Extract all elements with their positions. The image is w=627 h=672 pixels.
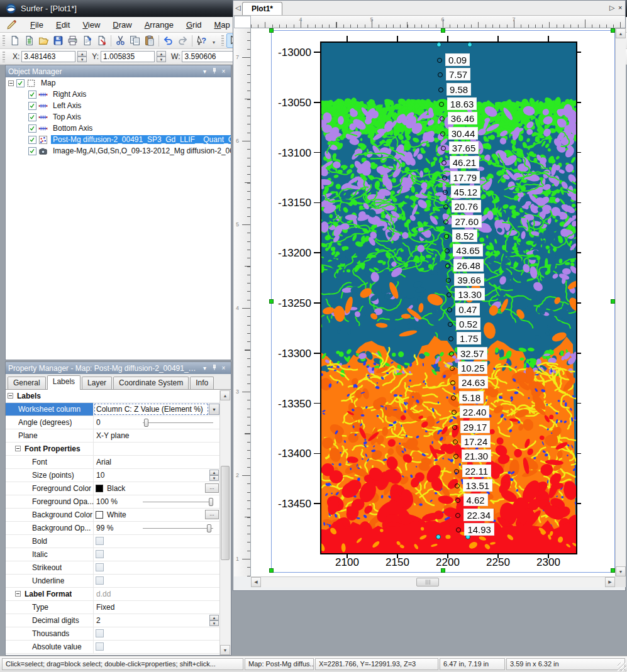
new-plot-button[interactable] bbox=[8, 33, 22, 48]
tab-layer[interactable]: Layer bbox=[82, 377, 112, 389]
property-row-type[interactable]: TypeFixed bbox=[6, 601, 220, 614]
close-icon[interactable]: × bbox=[219, 68, 228, 75]
scroll-left-icon[interactable]: ◀ bbox=[251, 577, 261, 587]
property-row-font[interactable]: FontArial bbox=[6, 456, 220, 469]
menu-view[interactable]: View bbox=[76, 18, 106, 31]
y-position-input[interactable] bbox=[101, 51, 155, 62]
cut-button[interactable] bbox=[113, 33, 128, 48]
property-row-background-op[interactable]: Background Op...99 % bbox=[6, 522, 220, 535]
selection-handle[interactable] bbox=[269, 28, 274, 33]
property-row-foreground-opa[interactable]: Foreground Opa...100 % bbox=[6, 495, 220, 509]
tree-item-top-axis[interactable]: Top Axis bbox=[6, 111, 231, 123]
selection-handle[interactable] bbox=[441, 28, 445, 33]
scroll-up-icon[interactable]: ▲ bbox=[220, 390, 230, 400]
property-checkbox[interactable] bbox=[96, 537, 104, 545]
chevron-down-icon[interactable]: ▾ bbox=[200, 365, 209, 372]
pin-icon[interactable] bbox=[209, 67, 219, 76]
y-spinner[interactable]: ▲▼ bbox=[157, 51, 166, 62]
tab-general[interactable]: General bbox=[8, 377, 46, 389]
scroll-right-icon[interactable]: ▶ bbox=[605, 577, 615, 587]
menu-grid[interactable]: Grid bbox=[180, 18, 208, 31]
slider-track[interactable] bbox=[143, 422, 213, 423]
property-row-bold[interactable]: Bold bbox=[6, 535, 220, 548]
selection-handle[interactable] bbox=[611, 568, 615, 573]
property-checkbox[interactable] bbox=[96, 550, 104, 558]
close-icon[interactable]: × bbox=[219, 365, 228, 372]
color-picker-button[interactable]: ... bbox=[205, 510, 219, 519]
visibility-checkbox[interactable] bbox=[16, 79, 25, 87]
group-collapse-icon[interactable] bbox=[15, 591, 21, 597]
group-collapse-icon[interactable] bbox=[8, 393, 13, 399]
help-mode-button[interactable]: ? bbox=[194, 33, 209, 48]
redo-button[interactable] bbox=[175, 33, 190, 48]
pin-icon[interactable] bbox=[209, 364, 219, 373]
toolbar-overflow-icon[interactable]: ▾ bbox=[210, 35, 218, 47]
toolbar-drag-handle[interactable] bbox=[221, 35, 224, 46]
value-spinner[interactable]: ▲▼ bbox=[209, 470, 219, 481]
selection-handle[interactable] bbox=[269, 568, 274, 573]
x-spinner[interactable]: ▲▼ bbox=[77, 51, 87, 62]
visibility-checkbox[interactable] bbox=[28, 113, 36, 121]
visibility-checkbox[interactable] bbox=[28, 102, 36, 110]
tree-expander-icon[interactable] bbox=[8, 80, 14, 86]
resize-grip[interactable] bbox=[618, 663, 626, 671]
w-position-input[interactable] bbox=[182, 51, 236, 62]
tree-item-right-axis[interactable]: Right Axis bbox=[6, 89, 231, 100]
toolbar-drag-handle[interactable] bbox=[3, 35, 5, 46]
export-button[interactable] bbox=[94, 33, 109, 48]
slider-thumb[interactable] bbox=[144, 419, 148, 427]
slider-track[interactable] bbox=[143, 502, 213, 502]
tree-item-post-mg-diffusion[interactable]: Post-Mg diffusion-2_00491_SP3_Gd_LLIF__Q… bbox=[6, 134, 231, 145]
open-button[interactable] bbox=[36, 33, 51, 48]
paste-button[interactable] bbox=[142, 33, 157, 48]
selection-handle[interactable] bbox=[441, 568, 445, 573]
property-row-worksheet-column[interactable]: Worksheet columnColumn C: Z Value (Eleme… bbox=[6, 403, 220, 416]
slider-thumb[interactable] bbox=[209, 498, 213, 506]
scrollbar-thumb[interactable] bbox=[221, 466, 230, 560]
page-setup-button[interactable] bbox=[80, 33, 94, 48]
scroll-down-icon[interactable]: ▼ bbox=[616, 566, 626, 576]
property-row-thousands[interactable]: Thousands bbox=[6, 627, 220, 641]
tree-item-left-axis[interactable]: Left Axis bbox=[6, 100, 231, 111]
chevron-down-icon[interactable]: ▾ bbox=[200, 68, 209, 75]
tree-item-map[interactable]: Map bbox=[6, 77, 231, 89]
save-button[interactable] bbox=[51, 33, 65, 48]
property-checkbox[interactable] bbox=[96, 563, 104, 571]
property-row-plane[interactable]: PlaneX-Y plane bbox=[6, 429, 220, 443]
toolbar-drag-handle[interactable] bbox=[3, 52, 5, 62]
property-grid-scrollbar[interactable]: ▲ ▼ bbox=[219, 390, 230, 655]
property-checkbox[interactable] bbox=[96, 576, 104, 585]
value-spinner[interactable]: ▲▼ bbox=[209, 615, 219, 626]
property-row-italic[interactable]: Italic bbox=[6, 548, 220, 561]
slider-track[interactable] bbox=[143, 528, 213, 529]
tab-plot1[interactable]: Plot1* bbox=[242, 2, 282, 15]
property-row-foreground-color[interactable]: Foreground ColorBlack... bbox=[6, 482, 220, 495]
undo-button[interactable] bbox=[161, 33, 175, 48]
copy-button[interactable] bbox=[128, 33, 142, 48]
scrollbar-thumb[interactable] bbox=[416, 578, 439, 587]
x-position-input[interactable] bbox=[21, 51, 75, 62]
property-row-background-color[interactable]: Background ColorWhite... bbox=[6, 509, 220, 522]
scroll-up-icon[interactable]: ▲ bbox=[616, 28, 626, 38]
scroll-down-icon[interactable]: ▼ bbox=[220, 645, 230, 655]
visibility-checkbox[interactable] bbox=[28, 124, 36, 133]
tab-scroll-left-icon[interactable]: ◁ bbox=[235, 4, 240, 12]
horizontal-scrollbar[interactable]: ◀ ▶ bbox=[251, 576, 615, 587]
property-row-strikeout[interactable]: Strikeout bbox=[6, 561, 220, 575]
menu-edit[interactable]: Edit bbox=[50, 18, 76, 31]
color-picker-button[interactable]: ... bbox=[205, 483, 219, 493]
tab-info[interactable]: Info bbox=[190, 377, 214, 389]
visibility-checkbox[interactable] bbox=[28, 91, 36, 99]
property-checkbox[interactable] bbox=[96, 642, 104, 651]
tab-labels[interactable]: Labels bbox=[47, 375, 80, 390]
property-row-absolute-value[interactable]: Absolute value bbox=[6, 641, 220, 654]
group-collapse-icon[interactable] bbox=[15, 446, 21, 451]
menu-file[interactable]: File bbox=[24, 18, 50, 31]
menu-draw[interactable]: Draw bbox=[106, 18, 138, 31]
selection-handle[interactable] bbox=[611, 299, 615, 304]
slider-thumb[interactable] bbox=[207, 524, 211, 532]
tab-coordinate-system[interactable]: Coordinate System bbox=[113, 377, 189, 389]
new-worksheet-button[interactable] bbox=[22, 33, 36, 48]
tab-scroll-right-icon[interactable]: ▷ bbox=[609, 4, 614, 12]
vertical-scrollbar[interactable]: ▲ ▼ bbox=[615, 28, 626, 576]
